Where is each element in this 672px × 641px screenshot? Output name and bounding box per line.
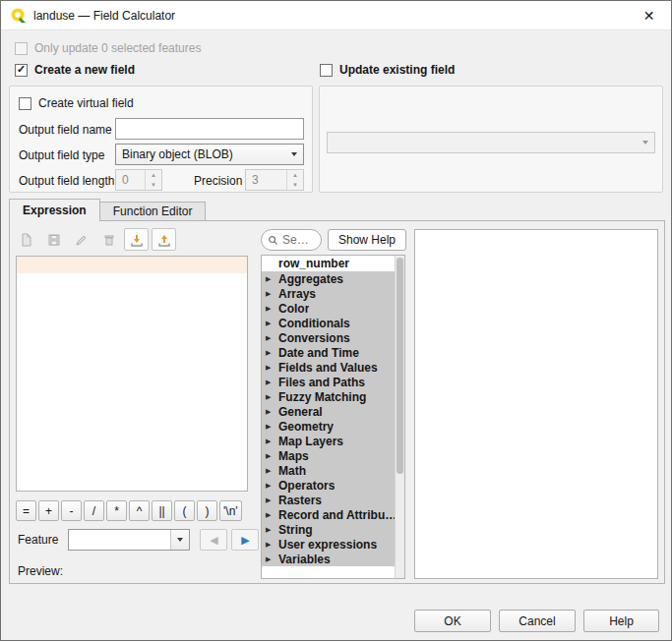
spin-up-icon[interactable]: ▲: [146, 170, 161, 180]
precision-spinner[interactable]: 3 ▲ ▼: [245, 169, 304, 191]
close-button[interactable]: ✕: [627, 1, 671, 29]
operator-button[interactable]: ||: [152, 500, 172, 521]
show-help-button[interactable]: Show Help: [328, 229, 406, 251]
save-expression-button[interactable]: [41, 228, 66, 251]
function-group-row[interactable]: ▶ Fields and Values: [262, 360, 396, 375]
trash-icon: [102, 233, 116, 247]
function-group-label: String: [278, 523, 313, 537]
existing-field-select[interactable]: [327, 132, 655, 153]
function-group-label: Variables: [278, 553, 331, 566]
edit-expression-button[interactable]: [69, 228, 93, 251]
output-field-length-value: 0: [122, 173, 129, 187]
spin-down-icon[interactable]: ▼: [287, 180, 303, 190]
function-group-row[interactable]: ▶ String: [262, 522, 396, 537]
function-group-row[interactable]: ▶ Date and Time: [262, 345, 396, 360]
precision-label: Precision: [194, 174, 242, 188]
function-list: row_number ▶ Aggregates ▶ Arrays ▶ Color…: [261, 255, 405, 579]
chevron-right-icon: ▶: [266, 379, 274, 385]
create-virtual-field-checkbox[interactable]: Create virtual field: [19, 96, 134, 110]
function-group-row[interactable]: ▶ Geometry: [262, 419, 396, 434]
function-groups: ▶ Aggregates ▶ Arrays ▶ Color ▶ Conditio…: [262, 271, 396, 566]
function-group-row[interactable]: ▶ User expressions: [262, 537, 396, 552]
feature-dropdown-button[interactable]: [170, 530, 189, 550]
function-group-row[interactable]: ▶ Record and Attribu…: [262, 507, 396, 522]
update-existing-field-checkbox[interactable]: Update existing field: [320, 63, 455, 77]
output-field-length-spinner[interactable]: 0 ▲ ▼: [115, 169, 162, 191]
operator-button[interactable]: -: [61, 500, 82, 521]
function-group-label: Color: [278, 302, 309, 316]
checkbox-unchecked-icon: [19, 97, 31, 110]
function-group-row[interactable]: ▶ Fuzzy Matching: [262, 389, 396, 404]
update-existing-field-group: [319, 86, 663, 193]
function-group-label: Aggregates: [278, 272, 343, 286]
operator-button[interactable]: =: [16, 500, 36, 521]
spin-down-icon[interactable]: ▼: [146, 180, 161, 190]
function-group-row[interactable]: ▶ Conditionals: [262, 316, 396, 330]
function-group-label: Operators: [278, 479, 335, 493]
next-feature-button[interactable]: ▶: [231, 529, 259, 551]
next-feature-icon: ▶: [241, 534, 249, 547]
function-search-input[interactable]: [282, 233, 310, 247]
chevron-right-icon: ▶: [266, 496, 274, 503]
function-group-row[interactable]: ▶ Arrays: [262, 286, 396, 301]
chevron-right-icon: ▶: [266, 349, 274, 356]
operator-button[interactable]: ^: [129, 500, 150, 521]
function-list-scrollbar[interactable]: [395, 256, 404, 578]
function-group-row[interactable]: ▶ Variables: [262, 552, 396, 566]
chevron-right-icon: ▶: [266, 526, 274, 533]
scrollbar-thumb[interactable]: [397, 258, 403, 474]
function-group-label: Maps: [278, 449, 309, 463]
tab-expression[interactable]: Expression: [9, 199, 100, 221]
tab-function-editor-label: Function Editor: [113, 204, 193, 218]
function-group-row[interactable]: ▶ Maps: [262, 448, 396, 463]
delete-expression-button[interactable]: [96, 228, 121, 251]
tab-function-editor[interactable]: Function Editor: [100, 202, 207, 221]
function-group-row[interactable]: ▶ Math: [262, 463, 396, 478]
feature-select[interactable]: [68, 529, 190, 551]
function-group-label: Geometry: [278, 420, 334, 434]
operator-button[interactable]: '\n': [219, 500, 242, 521]
spin-up-icon[interactable]: ▲: [287, 170, 303, 180]
chevron-right-icon: ▶: [266, 334, 274, 341]
chevron-right-icon: ▶: [266, 555, 274, 562]
output-field-length-label: Output field length: [19, 174, 114, 188]
function-group-label: Conditionals: [278, 317, 350, 330]
operator-button[interactable]: /: [84, 500, 104, 521]
expression-editor[interactable]: [16, 256, 248, 492]
import-expressions-button[interactable]: [124, 228, 149, 251]
function-group-row[interactable]: ▶ Files and Paths: [262, 375, 396, 389]
output-field-type-label: Output field type: [19, 148, 104, 162]
chevron-right-icon: ▶: [266, 467, 274, 474]
chevron-right-icon: ▶: [266, 511, 274, 518]
create-new-field-checkbox[interactable]: ✓ Create a new field: [15, 63, 135, 77]
operator-button[interactable]: ): [197, 500, 217, 521]
operator-button[interactable]: *: [106, 500, 127, 521]
previous-feature-button[interactable]: ◀: [200, 529, 227, 551]
chevron-right-icon: ▶: [266, 437, 274, 444]
function-group-row[interactable]: ▶ Color: [262, 301, 396, 316]
operator-button[interactable]: +: [38, 500, 59, 521]
create-virtual-field-label: Create virtual field: [38, 96, 134, 110]
recent-expression-item[interactable]: row_number: [262, 256, 396, 271]
tab-bar: Expression Function Editor: [9, 199, 206, 221]
function-group-row[interactable]: ▶ Map Layers: [262, 434, 396, 448]
new-expression-button[interactable]: [14, 228, 38, 251]
operator-buttons: =+-/*^||()'\n': [16, 500, 242, 521]
function-group-row[interactable]: ▶ Rasters: [262, 493, 396, 507]
output-field-type-select[interactable]: Binary object (BLOB): [115, 144, 304, 165]
function-group-row[interactable]: ▶ Operators: [262, 478, 396, 493]
cancel-button[interactable]: Cancel: [499, 610, 576, 632]
function-search[interactable]: [261, 229, 322, 251]
function-group-row[interactable]: ▶ Aggregates: [262, 271, 396, 286]
function-group-row[interactable]: ▶ Conversions: [262, 330, 396, 345]
export-expressions-button[interactable]: [152, 228, 176, 251]
function-group-label: Record and Attribu…: [278, 508, 396, 522]
operator-button[interactable]: (: [174, 500, 195, 521]
ok-button[interactable]: OK: [414, 610, 491, 632]
spinner-buttons: ▲ ▼: [286, 170, 303, 190]
only-update-selected-checkbox[interactable]: Only update 0 selected features: [15, 41, 201, 55]
function-group-row[interactable]: ▶ General: [262, 404, 396, 419]
window-title: landuse — Field Calculator: [33, 9, 175, 23]
output-field-name-input[interactable]: [115, 118, 304, 140]
help-button[interactable]: Help: [583, 610, 659, 632]
